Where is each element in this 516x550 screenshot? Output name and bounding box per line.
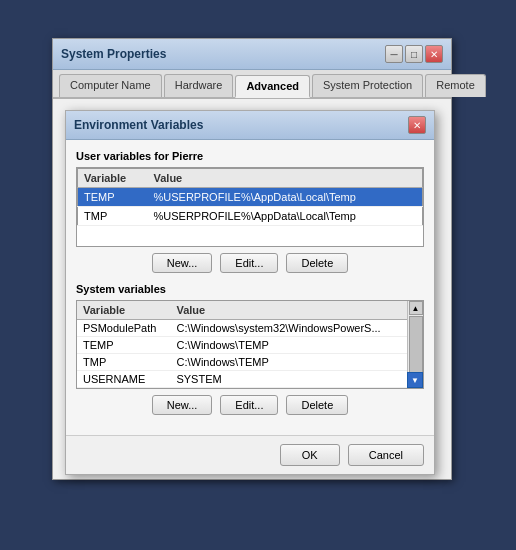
dialog-close-button[interactable]: ✕	[408, 116, 426, 134]
tab-system-protection[interactable]: System Protection	[312, 74, 423, 97]
sys-val-tmp: C:\Windows\TEMP	[170, 354, 407, 371]
table-row[interactable]: TMP C:\Windows\TEMP	[77, 354, 407, 371]
user-variables-table: Variable Value TEMP %USERPROFILE%\AppDat…	[77, 168, 423, 226]
dialog-title: Environment Variables	[74, 118, 203, 132]
sys-col-value: Value	[170, 301, 407, 320]
system-delete-button[interactable]: Delete	[286, 395, 348, 415]
system-edit-button[interactable]: Edit...	[220, 395, 278, 415]
user-variables-table-container: Variable Value TEMP %USERPROFILE%\AppDat…	[76, 167, 424, 247]
dialog-body: User variables for Pierre Variable Value…	[66, 140, 434, 435]
cancel-button[interactable]: Cancel	[348, 444, 424, 466]
close-button[interactable]: ✕	[425, 45, 443, 63]
tab-computer-name[interactable]: Computer Name	[59, 74, 162, 97]
table-row[interactable]: TEMP C:\Windows\TEMP	[77, 337, 407, 354]
table-row[interactable]: PSModulePath C:\Windows\system32\Windows…	[77, 320, 407, 337]
dialog-footer: OK Cancel	[66, 435, 434, 474]
sys-val-username: SYSTEM	[170, 371, 407, 388]
title-bar-controls: ─ □ ✕	[385, 45, 443, 63]
dropdown-arrow[interactable]: ▼	[407, 372, 423, 388]
tab-hardware[interactable]: Hardware	[164, 74, 234, 97]
tabs: Computer Name Hardware Advanced System P…	[53, 70, 451, 99]
sys-val-psmodulepath: C:\Windows\system32\WindowsPowerS...	[170, 320, 407, 337]
user-col-variable: Variable	[78, 169, 148, 188]
user-variables-label: User variables for Pierre	[76, 150, 424, 162]
sys-var-temp: TEMP	[77, 337, 170, 354]
sys-var-tmp: TMP	[77, 354, 170, 371]
tab-advanced[interactable]: Advanced	[235, 75, 310, 98]
user-val-temp: %USERPROFILE%\AppData\Local\Temp	[148, 188, 423, 207]
ok-button[interactable]: OK	[280, 444, 340, 466]
user-val-tmp: %USERPROFILE%\AppData\Local\Temp	[148, 207, 423, 226]
scroll-thumb[interactable]	[409, 316, 423, 373]
table-row[interactable]: USERNAME SYSTEM	[77, 371, 407, 388]
table-row[interactable]: TEMP %USERPROFILE%\AppData\Local\Temp	[78, 188, 423, 207]
tab-remote[interactable]: Remote	[425, 74, 486, 97]
sys-col-variable: Variable	[77, 301, 170, 320]
user-delete-button[interactable]: Delete	[286, 253, 348, 273]
user-buttons-row: New... Edit... Delete	[76, 253, 424, 273]
user-var-temp: TEMP	[78, 188, 148, 207]
dialog-title-bar: Environment Variables ✕	[66, 111, 434, 140]
sys-var-username: USERNAME	[77, 371, 170, 388]
user-var-tmp: TMP	[78, 207, 148, 226]
window-title: System Properties	[61, 47, 166, 61]
maximize-button[interactable]: □	[405, 45, 423, 63]
env-variables-dialog: Environment Variables ✕ User variables f…	[65, 110, 435, 475]
minimize-button[interactable]: ─	[385, 45, 403, 63]
system-variables-table: Variable Value PSModulePath C:\Windows\s…	[77, 301, 407, 388]
table-row[interactable]: TMP %USERPROFILE%\AppData\Local\Temp	[78, 207, 423, 226]
dropdown-arrow-icon: ▼	[411, 376, 419, 385]
sys-var-psmodulepath: PSModulePath	[77, 320, 170, 337]
system-variables-label: System variables	[76, 283, 424, 295]
user-edit-button[interactable]: Edit...	[220, 253, 278, 273]
system-variables-table-wrap: Variable Value PSModulePath C:\Windows\s…	[76, 300, 424, 389]
user-new-button[interactable]: New...	[152, 253, 213, 273]
scroll-up-arrow[interactable]: ▲	[409, 301, 423, 315]
system-buttons-row: New... Edit... Delete	[76, 395, 424, 415]
title-bar: System Properties ─ □ ✕	[53, 39, 451, 70]
sys-val-temp: C:\Windows\TEMP	[170, 337, 407, 354]
user-col-value: Value	[148, 169, 423, 188]
system-new-button[interactable]: New...	[152, 395, 213, 415]
